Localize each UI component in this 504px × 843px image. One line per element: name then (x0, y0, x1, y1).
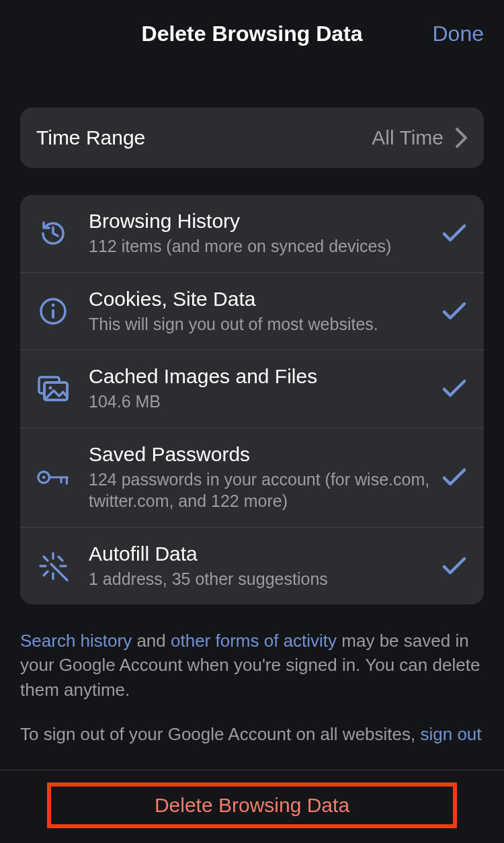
svg-point-8 (42, 476, 46, 479)
row-text: Cookies, Site DataThis will sign you out… (89, 288, 433, 335)
other-activity-link[interactable]: other forms of activity (171, 631, 337, 651)
row-text: Saved Passwords124 passwords in your acc… (89, 443, 433, 512)
checkmark-icon (441, 224, 468, 243)
wand-icon (36, 549, 70, 583)
sign-out-link[interactable]: sign out (420, 724, 481, 744)
row-title: Autofill Data (89, 543, 433, 565)
row-subtitle: 104.6 MB (89, 391, 433, 413)
page-title: Delete Browsing Data (142, 22, 363, 46)
checkmark-icon (441, 379, 468, 398)
row-text: Cached Images and Files104.6 MB (89, 365, 433, 413)
search-history-link[interactable]: Search history (20, 631, 132, 651)
svg-line-16 (44, 557, 48, 561)
data-type-row[interactable]: Autofill Data1 address, 35 other suggest… (20, 527, 484, 605)
checkmark-icon (441, 557, 468, 575)
row-title: Saved Passwords (89, 443, 433, 466)
row-text: Autofill Data1 address, 35 other suggest… (89, 543, 433, 590)
action-bar: Delete Browsing Data (0, 770, 504, 843)
time-range-value: All Time (372, 126, 444, 149)
checkmark-icon (441, 302, 468, 321)
time-range-label: Time Range (36, 126, 145, 149)
svg-line-17 (58, 557, 62, 561)
row-subtitle: 1 address, 35 other suggestions (89, 568, 433, 590)
history-icon (36, 216, 70, 250)
svg-line-18 (44, 571, 48, 575)
row-subtitle: This will sign you out of most websites. (89, 313, 433, 335)
data-type-row[interactable]: Browsing History112 items (and more on s… (20, 195, 484, 272)
image-icon (36, 372, 70, 405)
delete-browsing-data-button[interactable]: Delete Browsing Data (47, 782, 457, 828)
time-range-section: Time Range All Time (20, 108, 484, 168)
data-types-section: Browsing History112 items (and more on s… (20, 195, 484, 604)
data-type-row[interactable]: Cookies, Site DataThis will sign you out… (20, 272, 484, 350)
time-range-row[interactable]: Time Range All Time (20, 108, 484, 168)
header: Delete Browsing Data Done (0, 0, 504, 67)
svg-point-1 (52, 303, 55, 307)
row-title: Cookies, Site Data (89, 288, 433, 311)
key-icon (36, 460, 70, 494)
chevron-right-icon (456, 128, 468, 148)
data-type-row[interactable]: Cached Images and Files104.6 MB (20, 350, 484, 428)
row-title: Browsing History (89, 210, 433, 233)
done-button[interactable]: Done (433, 22, 485, 46)
svg-rect-2 (52, 309, 54, 319)
row-subtitle: 112 items (and more on synced devices) (89, 235, 433, 257)
svg-point-6 (49, 387, 52, 390)
data-type-row[interactable]: Saved Passwords124 passwords in your acc… (20, 428, 484, 527)
footer-text: Search history and other forms of activi… (20, 629, 484, 747)
row-text: Browsing History112 items (and more on s… (89, 210, 433, 257)
row-subtitle: 124 passwords in your account (for wise.… (89, 469, 433, 512)
row-title: Cached Images and Files (89, 365, 433, 388)
info-icon (36, 294, 70, 328)
checkmark-icon (441, 468, 468, 487)
